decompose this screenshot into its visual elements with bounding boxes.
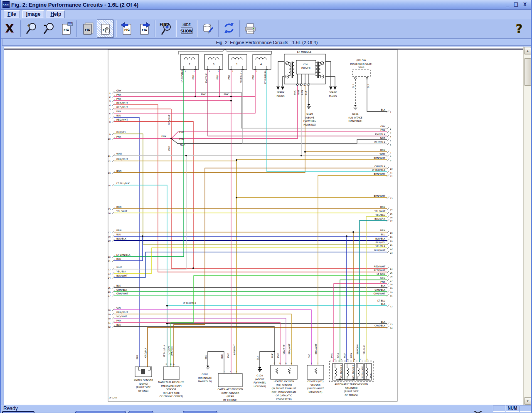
svg-text:D: D bbox=[279, 362, 281, 364]
restore-button[interactable]: ❏ bbox=[514, 2, 518, 7]
toolbar-separator bbox=[197, 20, 197, 37]
taskbar-button[interactable] bbox=[2, 411, 34, 413]
taskbar-button[interactable] bbox=[128, 411, 153, 413]
svg-text:BRN: BRN bbox=[380, 149, 385, 151]
svg-text:26: 26 bbox=[390, 275, 393, 278]
svg-text:23: 23 bbox=[108, 272, 111, 275]
svg-text:SENSOR: SENSOR bbox=[166, 388, 176, 391]
svg-text:GRN: GRN bbox=[337, 353, 339, 358]
svg-text:29: 29 bbox=[108, 313, 111, 316]
svg-text:COIL: COIL bbox=[303, 63, 309, 66]
svg-text:NCA: NCA bbox=[180, 143, 185, 146]
svg-text:FIG: FIG bbox=[85, 28, 90, 32]
svg-text:1: 1 bbox=[390, 111, 391, 114]
refresh-button[interactable] bbox=[221, 20, 237, 37]
svg-text:PNK: PNK bbox=[161, 135, 166, 138]
svg-text:11: 11 bbox=[390, 171, 393, 174]
svg-text:BRN/WHT: BRN/WHT bbox=[233, 344, 236, 355]
svg-text:PNK: PNK bbox=[179, 131, 184, 134]
svg-text:14-7203: 14-7203 bbox=[108, 396, 117, 399]
svg-text:PNK: PNK bbox=[168, 146, 170, 151]
svg-text:23: 23 bbox=[390, 252, 393, 254]
svg-text:9: 9 bbox=[390, 159, 391, 162]
svg-text:28: 28 bbox=[390, 283, 393, 286]
scroll-down-button[interactable]: ▼ bbox=[524, 397, 531, 405]
svg-text:FLYWHEEL: FLYWHEEL bbox=[303, 120, 316, 122]
svg-text:BLU: BLU bbox=[136, 355, 138, 359]
svg-text:OF ENGINE): OF ENGINE) bbox=[223, 399, 237, 401]
svg-text:VIO/WHT: VIO/WHT bbox=[116, 315, 127, 318]
title-bar[interactable]: ODS Fig. 2: Engine Performance Circuits … bbox=[1, 0, 531, 10]
svg-text:(IN FRONT EXHAUST: (IN FRONT EXHAUST bbox=[271, 387, 296, 390]
svg-text:12: 12 bbox=[108, 160, 111, 163]
svg-text:AUTOMATIC TRANSMISSION: AUTOMATIC TRANSMISSION bbox=[335, 383, 368, 386]
svg-text:PNK: PNK bbox=[192, 75, 195, 79]
vertical-scrollbar[interactable]: ▲ ▼ bbox=[523, 47, 531, 405]
svg-text:YEL/BLK: YEL/BLK bbox=[375, 245, 386, 247]
close-figure-button[interactable]: X bbox=[2, 20, 18, 37]
svg-text:KNOCK SENSOR: KNOCK SENSOR bbox=[134, 379, 153, 381]
svg-text:1: 1 bbox=[218, 70, 219, 72]
find-button[interactable]: FIND bbox=[158, 20, 173, 37]
menu-help[interactable]: Help bbox=[47, 10, 65, 18]
taskbar-button[interactable] bbox=[75, 411, 126, 413]
svg-text:(BELOW: (BELOW bbox=[356, 59, 366, 62]
svg-text:E/I MODULE: E/I MODULE bbox=[297, 51, 312, 53]
svg-text:BLK: BLK bbox=[381, 109, 385, 111]
svg-text:24: 24 bbox=[108, 277, 111, 279]
svg-text:BLU/BLK: BLU/BLK bbox=[375, 237, 385, 240]
svg-text:29: 29 bbox=[390, 287, 393, 289]
svg-text:BRN/WHT: BRN/WHT bbox=[315, 344, 317, 354]
svg-text:NCA: NCA bbox=[380, 137, 385, 139]
svg-text:YEL/WHT: YEL/WHT bbox=[374, 210, 385, 213]
svg-text:(ON EXHAUST: (ON EXHAUST bbox=[307, 387, 324, 390]
svg-text:BRN: BRN bbox=[301, 90, 303, 95]
app-icon: ODS bbox=[2, 1, 10, 8]
next-figure-button[interactable]: FIG bbox=[136, 20, 152, 37]
svg-text:FIG: FIG bbox=[142, 28, 147, 32]
svg-text:FIG: FIG bbox=[64, 28, 69, 32]
svg-text:BLU/BLK: BLU/BLK bbox=[116, 237, 126, 240]
figure-window-button[interactable]: FIG bbox=[58, 20, 74, 37]
status-cell-2 bbox=[520, 406, 532, 412]
svg-text:PLUGS: PLUGS bbox=[329, 95, 337, 97]
svg-text:GRN/BLK: GRN/BLK bbox=[374, 289, 385, 291]
svg-text:9: 9 bbox=[109, 133, 111, 136]
svg-text:10: 10 bbox=[390, 168, 393, 170]
previous-figure-button[interactable]: FIG bbox=[119, 20, 135, 37]
svg-text:BLK/YEL: BLK/YEL bbox=[376, 241, 386, 244]
svg-text:FIG: FIG bbox=[124, 28, 130, 32]
menu-image[interactable]: Image bbox=[22, 10, 44, 18]
taskbar-button[interactable] bbox=[183, 411, 217, 413]
svg-text:27: 27 bbox=[390, 279, 393, 282]
figure-pan-button[interactable]: FIG bbox=[97, 20, 113, 38]
svg-text:B: B bbox=[170, 363, 171, 365]
highlight-button[interactable] bbox=[200, 20, 216, 37]
minimize-button[interactable]: _ bbox=[506, 2, 509, 7]
svg-text:2: 2 bbox=[311, 362, 312, 364]
svg-text:BRN/WHT: BRN/WHT bbox=[116, 158, 128, 161]
zoom-out-button[interactable]: - bbox=[41, 20, 57, 37]
svg-text:(AT LEFT SIDE: (AT LEFT SIDE bbox=[163, 392, 180, 394]
svg-text:BRN: BRN bbox=[380, 229, 385, 232]
diagram-canvas[interactable]: 23141GRY2PNK3PNK4RED/WHT5RED/WHT6PNK7BLU… bbox=[4, 47, 523, 405]
refresh-icon bbox=[222, 22, 236, 36]
svg-text:BLK: BLK bbox=[116, 284, 121, 287]
svg-text:PNK: PNK bbox=[116, 136, 121, 138]
hide-show-button[interactable]: HIDE SHOW bbox=[179, 20, 195, 37]
close-icon: X bbox=[3, 22, 17, 36]
svg-text:B: B bbox=[347, 359, 348, 361]
application-window: ODS Fig. 2: Engine Performance Circuits … bbox=[0, 0, 532, 413]
fig-icon: FIG bbox=[59, 22, 73, 36]
scroll-up-button[interactable]: ▲ bbox=[524, 47, 531, 54]
scroll-thumb[interactable] bbox=[524, 58, 531, 86]
svg-text:WHT: WHT bbox=[116, 266, 122, 269]
zoom-in-button[interactable]: + bbox=[23, 20, 39, 37]
help-button[interactable]: ? bbox=[512, 20, 527, 37]
print-button[interactable] bbox=[242, 20, 258, 37]
svg-text:VIO/WHT: VIO/WHT bbox=[283, 344, 285, 354]
svg-text:BLK: BLK bbox=[116, 324, 121, 326]
svg-text:WHT/BLK: WHT/BLK bbox=[374, 141, 385, 143]
menu-file[interactable]: File bbox=[4, 10, 20, 18]
close-button[interactable]: X bbox=[523, 2, 527, 7]
